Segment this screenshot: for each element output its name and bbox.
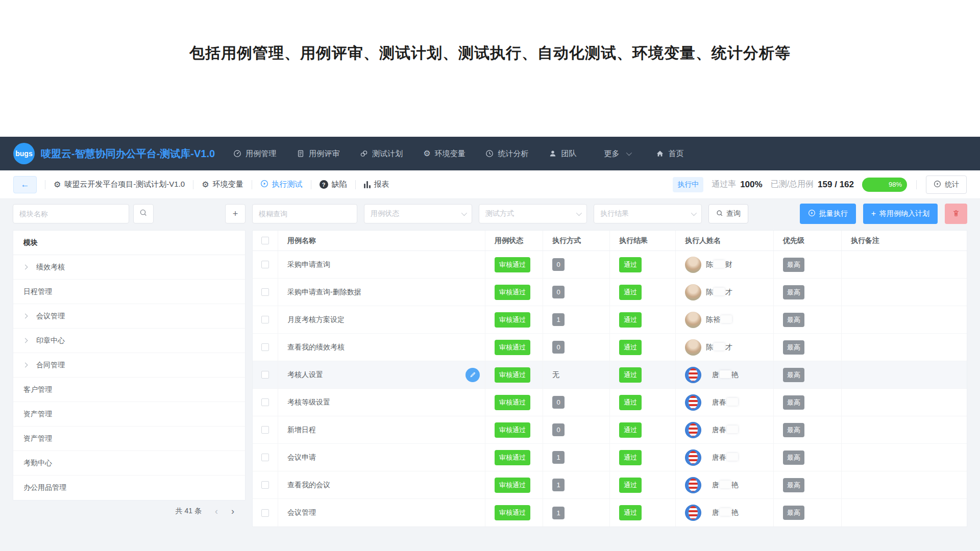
module-search-button[interactable]: [133, 204, 154, 223]
exec-result-select[interactable]: 执行结果: [594, 204, 702, 223]
sidebar-item-attendance[interactable]: 考勤中心: [13, 451, 245, 475]
row-checkbox[interactable]: [261, 316, 269, 323]
nav-item-test-plan[interactable]: 测试计划: [360, 149, 403, 159]
next-page-button[interactable]: ›: [231, 507, 234, 516]
table-actions: 批量执行 + 将用例纳入计划: [800, 204, 967, 224]
nav-item-home[interactable]: 首页: [656, 149, 683, 159]
app-logo[interactable]: bugs: [13, 143, 35, 164]
exec-note: [842, 471, 967, 498]
edit-button[interactable]: [465, 368, 480, 382]
nav-item-statistics[interactable]: 统计分析: [485, 149, 528, 159]
screen: 包括用例管理、用例评审、测试计划、测试执行、自动化测试、环境变量、统计分析等 b…: [0, 0, 980, 551]
sidebar-item-asset-2[interactable]: 资产管理: [13, 427, 245, 451]
row-checkbox[interactable]: [261, 371, 269, 379]
nav-item-case-review[interactable]: 用例评审: [297, 149, 339, 159]
case-filter-group: 用例状态 测试方式 执行结果 查询: [252, 204, 748, 223]
executor-name: 唐艳: [712, 370, 739, 380]
row-checkbox[interactable]: [261, 454, 269, 461]
tab-label: 报表: [374, 180, 389, 189]
sidebar-item-office-supplies[interactable]: 办公用品管理: [13, 475, 245, 500]
redaction: [720, 481, 731, 488]
result-badge: 通过: [619, 340, 642, 355]
tab-env-vars[interactable]: ⚙ 环境变量: [202, 180, 243, 189]
plan-stats: 执行中 通过率 100% 已测/总用例 159 / 162 98% 统计: [673, 176, 967, 194]
nav-item-env-vars[interactable]: ⚙ 环境变量: [423, 149, 465, 159]
table-row: 采购申请查询 审核通过 0 通过 陈财 最高: [253, 251, 967, 279]
divider: [355, 180, 356, 189]
exec-note: [842, 279, 967, 306]
sidebar-item-seal[interactable]: 印章中心: [13, 329, 245, 353]
sidebar-item-schedule[interactable]: 日程管理: [13, 280, 245, 304]
case-name[interactable]: 采购申请查询-删除数据: [278, 279, 485, 306]
trash-icon: [952, 209, 960, 219]
sidebar-item-label: 会议管理: [36, 312, 65, 321]
sidebar-item-asset-1[interactable]: 资产管理: [13, 402, 245, 427]
user-icon: [549, 149, 557, 158]
col-priority: 优先级: [774, 231, 842, 251]
prev-page-button[interactable]: ‹: [215, 507, 218, 516]
module-search-input[interactable]: [13, 204, 129, 223]
query-button[interactable]: 查询: [708, 204, 748, 223]
row-checkbox[interactable]: [261, 426, 269, 434]
back-button[interactable]: ←: [13, 176, 37, 193]
case-name-cell[interactable]: 考核人设置: [278, 361, 485, 388]
tab-defects[interactable]: ? 缺陷: [320, 180, 347, 189]
case-name[interactable]: 新增日程: [278, 416, 485, 443]
divider: [311, 180, 311, 189]
chevron-right-icon: [23, 338, 28, 343]
case-name[interactable]: 查看我的会议: [278, 471, 485, 498]
case-name[interactable]: 月度考核方案设定: [278, 306, 485, 333]
add-module-button[interactable]: +: [225, 204, 246, 223]
test-method-select[interactable]: 测试方式: [479, 204, 587, 223]
case-name[interactable]: 考核等级设置: [278, 389, 485, 416]
row-checkbox[interactable]: [261, 481, 269, 489]
tab-project[interactable]: ⚙ 唛盟云开发平台项目-测试计划-V1.0: [54, 180, 185, 189]
select-placeholder: 测试方式: [485, 209, 514, 218]
case-name[interactable]: 查看我的绩效考核: [278, 334, 485, 361]
module-filter-group: +: [13, 204, 246, 223]
method-text: 无: [552, 370, 559, 380]
sidebar-item-meeting[interactable]: 会议管理: [13, 304, 245, 329]
nav-item-team[interactable]: 团队: [549, 149, 576, 159]
case-status-select[interactable]: 用例状态: [364, 204, 472, 223]
chevron-down-icon: [626, 150, 632, 156]
stats-button[interactable]: 统计: [926, 176, 967, 194]
row-checkbox[interactable]: [261, 509, 269, 517]
nav-item-case-management[interactable]: 用例管理: [233, 149, 276, 159]
tab-execute-test[interactable]: 执行测试: [260, 180, 303, 189]
search-icon: [716, 210, 723, 218]
row-checkbox[interactable]: [261, 398, 269, 406]
sidebar-item-performance[interactable]: 绩效考核: [13, 255, 245, 280]
tab-label: 环境变量: [213, 180, 243, 189]
exec-note: [842, 444, 967, 471]
clock-icon: [485, 149, 494, 158]
add-to-plan-button[interactable]: + 将用例纳入计划: [863, 204, 938, 224]
case-name[interactable]: 会议管理: [278, 499, 485, 527]
row-checkbox[interactable]: [261, 288, 269, 296]
select-all-checkbox[interactable]: [261, 237, 269, 244]
delete-button[interactable]: [945, 204, 967, 224]
sidebar-item-customer[interactable]: 客户管理: [13, 378, 245, 402]
sidebar-item-label: 考勤中心: [23, 459, 52, 468]
avatar: [685, 505, 701, 521]
case-name[interactable]: 采购申请查询: [278, 251, 485, 278]
table-row: 考核等级设置 审核通过 0 通过 唐春 最高: [253, 389, 967, 416]
avatar: [685, 449, 701, 466]
sidebar-item-label: 印章中心: [36, 336, 65, 345]
executor-name: 唐春: [712, 398, 739, 407]
sidebar-item-contract[interactable]: 合同管理: [13, 353, 245, 378]
row-checkbox[interactable]: [261, 261, 269, 268]
fuzzy-search-input[interactable]: [252, 204, 357, 223]
case-name[interactable]: 会议申请: [278, 444, 485, 471]
nav-item-more[interactable]: 更多: [604, 149, 630, 159]
priority-badge: 最高: [783, 258, 804, 272]
link-icon: [360, 149, 368, 158]
chevron-right-icon: [23, 363, 28, 368]
priority-badge: 最高: [783, 368, 804, 382]
tested-value: 159 / 162: [818, 180, 854, 190]
row-checkbox[interactable]: [261, 343, 269, 351]
exec-note: [842, 416, 967, 443]
batch-run-button[interactable]: 批量执行: [800, 204, 856, 224]
gear-icon: ⚙: [423, 149, 430, 158]
tab-reports[interactable]: 报表: [364, 180, 389, 189]
